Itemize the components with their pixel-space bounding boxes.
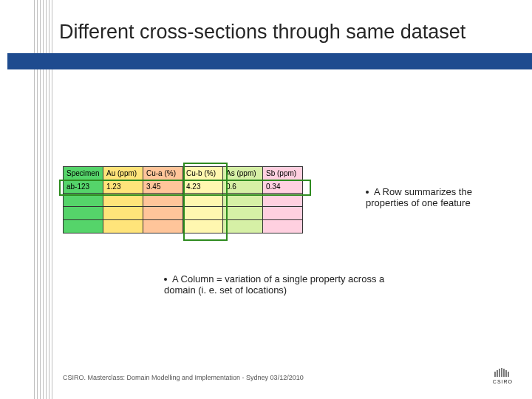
cell — [143, 220, 183, 233]
col-as: As (ppm) — [223, 167, 263, 180]
cell — [263, 207, 303, 220]
row-note: A Row summarizes the properties of one f… — [366, 186, 517, 208]
cell — [263, 220, 303, 233]
cell — [223, 207, 263, 220]
bullet-icon — [366, 191, 369, 194]
cell — [143, 207, 183, 220]
spec-label — [64, 207, 103, 220]
col-cua: Cu-a (%) — [143, 167, 183, 180]
footer-text: CSIRO. Masterclass: Domain Modelling and… — [63, 374, 304, 381]
data-table-wrap: Specimen Au (ppm) Cu-a (%) Cu-b (%) As (… — [63, 166, 303, 233]
title-underline-bar — [7, 53, 532, 69]
column-highlight — [183, 163, 228, 241]
column-note: A Column = variation of a single propert… — [164, 273, 386, 296]
col-au: Au (ppm) — [103, 167, 143, 180]
col-sb: Sb (ppm) — [263, 167, 303, 180]
bullet-icon — [164, 278, 167, 281]
header-corner: Specimen — [64, 167, 103, 180]
column-note-text: A Column = variation of a single propert… — [164, 273, 384, 296]
logo-icon — [494, 368, 511, 378]
title-area: Different cross-sections through same da… — [59, 21, 502, 44]
slide: Different cross-sections through same da… — [0, 0, 532, 399]
row-note-text: A Row summarizes the properties of one f… — [366, 186, 472, 208]
spec-label — [64, 220, 103, 233]
page-title: Different cross-sections through same da… — [59, 21, 502, 44]
logo-text: CSIRO — [493, 379, 513, 384]
cell — [103, 220, 143, 233]
cell — [103, 207, 143, 220]
cell — [223, 220, 263, 233]
csiro-logo: CSIRO — [493, 368, 513, 384]
